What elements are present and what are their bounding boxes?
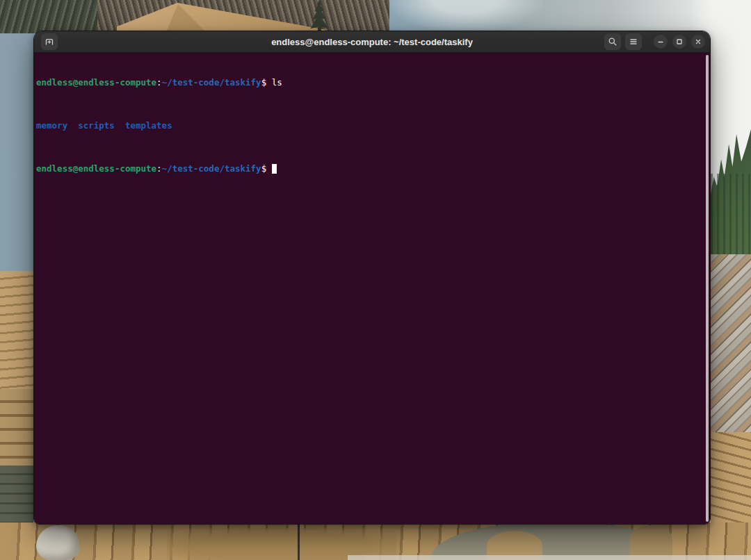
close-icon bbox=[694, 38, 702, 46]
wallpaper-cloud bbox=[389, 0, 542, 31]
new-tab-button[interactable] bbox=[41, 33, 58, 50]
wallpaper-log-beams bbox=[0, 389, 33, 466]
terminal-screen[interactable]: endless@endless-compute:~/test-code/task… bbox=[34, 53, 710, 524]
wallpaper-white-carving bbox=[36, 525, 79, 560]
wallpaper-light-strip bbox=[348, 555, 751, 560]
scrollbar[interactable] bbox=[706, 55, 709, 522]
terminal-line-prompt-1: endless@endless-compute:~/test-code/task… bbox=[36, 77, 703, 88]
prompt-colon: : bbox=[156, 163, 162, 174]
prompt-colon: : bbox=[156, 77, 162, 88]
menu-button[interactable] bbox=[625, 33, 642, 50]
minimize-button[interactable] bbox=[654, 35, 668, 49]
wallpaper-topleft-branches bbox=[0, 0, 97, 33]
directory-name: templates bbox=[125, 120, 172, 131]
terminal-cursor bbox=[272, 164, 277, 174]
search-button[interactable] bbox=[604, 33, 621, 50]
terminal-window: endless@endless-compute: ~/test-code/tas… bbox=[33, 31, 711, 525]
close-button[interactable] bbox=[691, 35, 705, 49]
prompt-user-host: endless@endless-compute bbox=[36, 77, 156, 88]
wallpaper-hut-wall bbox=[0, 31, 33, 560]
terminal-line-ls-output: memory scripts templates bbox=[36, 120, 703, 131]
hamburger-menu-icon bbox=[628, 36, 639, 47]
prompt-path: ~/test-code/taskify bbox=[162, 77, 261, 88]
terminal-line-prompt-2: endless@endless-compute:~/test-code/task… bbox=[36, 163, 703, 174]
wallpaper-forest-texture bbox=[711, 174, 751, 254]
wallpaper-branches bbox=[0, 31, 33, 271]
prompt-dollar: $ bbox=[261, 163, 267, 174]
titlebar-controls bbox=[604, 33, 710, 50]
directory-name: memory bbox=[36, 120, 67, 131]
titlebar[interactable]: endless@endless-compute: ~/test-code/tas… bbox=[34, 31, 710, 53]
window-title: endless@endless-compute: ~/test-code/tas… bbox=[271, 37, 473, 47]
maximize-icon bbox=[675, 38, 684, 46]
search-icon bbox=[607, 36, 618, 47]
prompt-user-host: endless@endless-compute bbox=[36, 163, 156, 174]
typed-command: ls bbox=[272, 77, 282, 88]
new-tab-icon bbox=[44, 36, 55, 47]
titlebar-action-buttons bbox=[604, 33, 642, 50]
prompt-dollar: $ bbox=[261, 77, 267, 88]
directory-name: scripts bbox=[78, 120, 115, 131]
wallpaper-shingles bbox=[0, 271, 33, 389]
wallpaper-stick bbox=[298, 524, 300, 560]
wallpaper-rocky-scree bbox=[711, 254, 751, 432]
minimize-icon bbox=[656, 38, 665, 46]
maximize-button[interactable] bbox=[672, 35, 686, 49]
prompt-path: ~/test-code/taskify bbox=[162, 163, 261, 174]
